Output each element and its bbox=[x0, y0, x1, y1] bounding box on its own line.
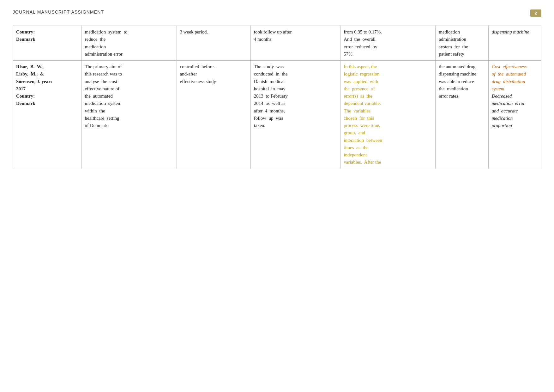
highlight-invars: In this aspect, the bbox=[344, 64, 377, 69]
cell-cost-effectiveness: Cost effectiveness of the automated drug… bbox=[488, 61, 541, 169]
highlight-chosen: chosen for this bbox=[344, 116, 374, 121]
highlight-dependent: dependent variable. bbox=[344, 101, 381, 106]
highlight-logistic: logistic regression bbox=[344, 71, 379, 76]
country-label: Country: bbox=[16, 29, 35, 34]
and-accurate-label: and accurate bbox=[492, 108, 518, 113]
highlight-independent: independent bbox=[344, 152, 367, 157]
page-header: JOURNAL MANUSCRIPT ASSIGNMENT 2 bbox=[13, 9, 541, 17]
cell-country-label: Country: Denmark bbox=[13, 26, 81, 61]
cell-admin: medication administration system for the… bbox=[436, 26, 488, 61]
highlight-applied: was applied with bbox=[344, 79, 378, 84]
cell-design: controlled before- and-after effectivene… bbox=[177, 61, 250, 169]
cost-effectiveness-label: Cost effectiveness bbox=[492, 64, 527, 69]
medication-error-label: medication error bbox=[492, 101, 525, 106]
highlight-presence: the presence of bbox=[344, 86, 375, 91]
highlight-group: group, and bbox=[344, 130, 365, 135]
author-sorensen: Sørensen, J. year: bbox=[16, 79, 52, 84]
highlight-times: times as the bbox=[344, 145, 368, 150]
author-lisby: Lisby, M., & bbox=[16, 71, 44, 76]
cell-dispensing: dispensing machine bbox=[488, 26, 541, 61]
main-table: Country: Denmark medication system to re… bbox=[13, 26, 541, 169]
cell-methods: The study was conducted in the Danish me… bbox=[250, 61, 340, 169]
table-row: Risør, B. W., Lisby, M., & Sørensen, J. … bbox=[13, 61, 541, 169]
dispensing-label: dispensing machine bbox=[492, 29, 529, 34]
highlight-the: The variables bbox=[344, 108, 370, 113]
of-automated-label: of the automated bbox=[492, 71, 526, 76]
highlight-interaction: interaction between bbox=[344, 138, 382, 143]
highlight-variables-after: variables. After the bbox=[344, 160, 381, 165]
year-2017: 2017 bbox=[16, 86, 26, 91]
cell-3week: 3 week period. bbox=[177, 26, 250, 61]
proportion-label: proportion bbox=[492, 123, 512, 128]
drug-distribution-label: drug distribution bbox=[492, 79, 525, 84]
cell-followup: took follow up after 4 months bbox=[250, 26, 340, 61]
cell-medication-system: medication system to reduce the medicati… bbox=[81, 26, 177, 61]
country-label2: Country: bbox=[16, 93, 35, 99]
table-row: Country: Denmark medication system to re… bbox=[13, 26, 541, 61]
page-container: JOURNAL MANUSCRIPT ASSIGNMENT 2 Country:… bbox=[0, 0, 554, 392]
page-title: JOURNAL MANUSCRIPT ASSIGNMENT bbox=[13, 9, 104, 15]
denmark-label2: Denmark bbox=[16, 101, 35, 106]
cell-aim: The primary aim of this research was to … bbox=[81, 61, 177, 169]
cell-authors: Risør, B. W., Lisby, M., & Sørensen, J. … bbox=[13, 61, 81, 169]
denmark-label: Denmark bbox=[16, 37, 35, 42]
page-number-badge: 2 bbox=[530, 9, 541, 17]
highlight-errors: error(s) as the bbox=[344, 93, 372, 99]
highlight-process: process were time, bbox=[344, 123, 380, 128]
system-label: system bbox=[492, 86, 504, 91]
author-risø: Risør, B. W., bbox=[16, 64, 44, 69]
decreased-label: Decreased bbox=[492, 93, 512, 99]
cell-automated: the automated drug dispensing machine wa… bbox=[436, 61, 488, 169]
medication-label2: medication bbox=[492, 116, 513, 121]
cell-results1: from 0.35 to 0.17%. And the overall erro… bbox=[340, 26, 436, 61]
cell-variables: In this aspect, the logistic regression … bbox=[340, 61, 436, 169]
